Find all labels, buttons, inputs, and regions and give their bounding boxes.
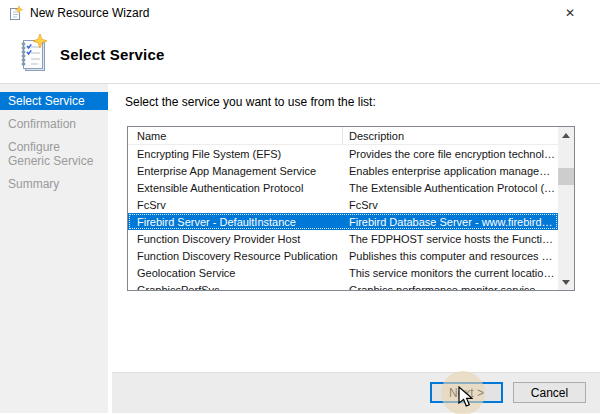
table-row-selected[interactable]: Firebird Server - DefaultInstance Firebi…	[128, 213, 558, 230]
wizard-header: Select Service	[0, 26, 600, 84]
column-header-description[interactable]: Description	[343, 127, 558, 144]
window-title: New Resource Wizard	[30, 6, 149, 20]
sidebar-item-confirmation[interactable]: Confirmation	[0, 115, 108, 133]
wizard-body: Select Service Confirmation Configure Ge…	[0, 84, 600, 413]
next-button[interactable]: Next >	[430, 382, 503, 403]
table-row[interactable]: Geolocation Service This service monitor…	[128, 264, 558, 281]
table-row[interactable]: Function Discovery Resource Publication …	[128, 247, 558, 264]
footer-bar: Next > Cancel	[112, 372, 600, 413]
scroll-down-arrow-icon[interactable]	[558, 274, 574, 290]
sidebar-item-select-service[interactable]: Select Service	[0, 92, 108, 110]
table-row[interactable]: Enterprise App Management Service Enable…	[128, 162, 558, 179]
column-header-name[interactable]: Name	[128, 127, 343, 144]
table-row[interactable]: Encrypting File System (EFS) Provides th…	[128, 145, 558, 162]
vertical-scrollbar[interactable]	[558, 127, 574, 290]
cancel-button[interactable]: Cancel	[513, 382, 586, 403]
sidebar-item-configure-generic-service[interactable]: Configure Generic Service	[0, 138, 108, 170]
table-header-row: Name Description	[128, 127, 558, 145]
wizard-notebook-icon	[18, 34, 48, 76]
wizard-window-icon	[8, 5, 24, 21]
service-rows: Encrypting File System (EFS) Provides th…	[128, 145, 558, 290]
table-row[interactable]: Extensible Authentication Protocol The E…	[128, 179, 558, 196]
table-row[interactable]: GraphicsPerfSvc Graphics performance mon…	[128, 281, 558, 290]
sidebar-item-summary[interactable]: Summary	[0, 175, 108, 193]
page-title: Select Service	[60, 46, 165, 63]
scrollbar-thumb[interactable]	[558, 168, 574, 185]
close-icon[interactable]: ✕	[554, 0, 586, 26]
titlebar: New Resource Wizard ✕	[0, 0, 600, 26]
scroll-up-arrow-icon[interactable]	[558, 127, 574, 143]
content-pane: Select the service you want to use from …	[112, 84, 600, 413]
table-row[interactable]: Function Discovery Provider Host The FDP…	[128, 230, 558, 247]
new-resource-wizard-window: New Resource Wizard ✕ Sele	[0, 0, 600, 414]
service-list: Name Description Encrypting File System …	[127, 126, 575, 291]
table-row[interactable]: FcSrv FcSrv	[128, 196, 558, 213]
instruction-label: Select the service you want to use from …	[125, 95, 376, 109]
wizard-steps-nav: Select Service Confirmation Configure Ge…	[0, 84, 108, 413]
